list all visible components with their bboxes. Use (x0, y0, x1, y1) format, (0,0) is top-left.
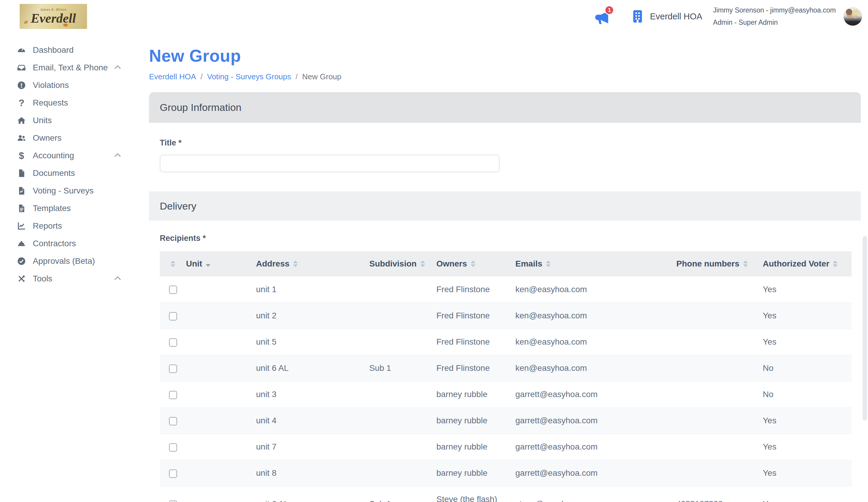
cell-emails: ken@easyhoa.com (515, 355, 676, 381)
cell-owners: barney rubble (436, 408, 515, 434)
breadcrumb-link-everdell-hoa[interactable]: Everdell HOA (149, 72, 196, 81)
logo-leaf-decoration (23, 20, 28, 24)
sidebar-item-contractors[interactable]: Contractors (0, 235, 149, 252)
dollar-icon: $ (16, 150, 28, 161)
row-checkbox[interactable] (169, 443, 177, 452)
cell-phones (676, 460, 763, 486)
sidebar-item-templates[interactable]: Templates (0, 199, 149, 217)
cell-owners: Steve (the flash) Rick (436, 486, 515, 502)
cell-phones (676, 408, 763, 434)
cell-owners: Fred Flinstone (436, 329, 515, 355)
column-header-authorized-voter[interactable]: Authorized Voter (763, 251, 851, 276)
building-icon (630, 8, 645, 25)
recipients-table: Unit Address Subdivision Owners Emails P… (160, 251, 851, 502)
cell-emails: garrett@easyhoa.com (515, 460, 676, 486)
cell-address: unit 8 (256, 460, 369, 486)
cell-authorized-voter: Yes (763, 408, 851, 434)
cell-phones: 4355127538 (676, 486, 763, 502)
column-header-emails[interactable]: Emails (515, 251, 676, 276)
sidebar-item-dashboard[interactable]: Dashboard (0, 41, 149, 59)
sort-icon (293, 260, 298, 267)
sort-icon (743, 260, 748, 267)
group-information-section-header: Group Information (149, 92, 861, 123)
cell-phones (676, 355, 763, 381)
row-checkbox[interactable] (169, 417, 177, 426)
question-icon: ? (16, 98, 28, 108)
cell-emails: garrett@easyhoa.com (515, 408, 676, 434)
table-row: unit 1 Fred Flinstone ken@easyhoa.com Ye… (160, 276, 851, 303)
title-input[interactable] (160, 155, 499, 172)
organization-switcher[interactable]: Everdell HOA (630, 8, 702, 25)
user-role: Admin - Super Admin (713, 19, 836, 27)
cell-address: unit 6 AL (256, 355, 369, 381)
sidebar-item-owners[interactable]: Owners (0, 129, 149, 147)
home-icon (16, 115, 28, 126)
cell-address: unit 3 (256, 381, 369, 408)
cell-unit (186, 434, 256, 460)
sidebar-item-requests[interactable]: ? Requests (0, 94, 149, 112)
sidebar-item-approvals[interactable]: Approvals (Beta) (0, 252, 149, 270)
cell-authorized-voter: Yes (763, 276, 851, 303)
cell-subdivision (369, 381, 436, 408)
column-header-owners[interactable]: Owners (436, 251, 515, 276)
cell-address: unit 4 (256, 408, 369, 434)
row-checkbox[interactable] (169, 470, 177, 478)
hard-hat-icon (16, 238, 28, 249)
row-checkbox[interactable] (169, 501, 177, 502)
page-title: New Group (149, 46, 861, 65)
row-checkbox[interactable] (169, 365, 177, 373)
sidebar-item-units[interactable]: Units (0, 112, 149, 129)
inbox-icon (16, 62, 28, 73)
table-row: unit 6 AL Sub 1 Steve (the flash) Rick s… (160, 486, 851, 502)
cell-owners: Fred Flinstone (436, 276, 515, 303)
sidebar-item-voting-surveys[interactable]: Voting - Surveys (0, 182, 149, 199)
row-checkbox[interactable] (169, 312, 177, 320)
everdell-logo[interactable]: James A. Wilson Everdell (20, 4, 87, 29)
column-header-unit[interactable]: Unit (186, 251, 256, 276)
breadcrumb-separator: / (200, 72, 203, 81)
cell-unit (186, 276, 256, 303)
column-header-subdivision[interactable]: Subdivision (369, 251, 436, 276)
cell-authorized-voter: Yes (763, 460, 851, 486)
cell-address: unit 7 (256, 434, 369, 460)
sidebar-item-tools[interactable]: Tools (0, 270, 149, 287)
sidebar-item-accounting[interactable]: $ Accounting (0, 147, 149, 164)
row-checkbox[interactable] (169, 391, 177, 399)
user-info[interactable]: Jimmy Sorenson - jimmy@easyhoa.com Admin… (713, 6, 836, 27)
file-chart-icon (16, 185, 28, 196)
sort-icon (420, 260, 425, 267)
cell-unit (186, 303, 256, 329)
sidebar-item-documents[interactable]: Documents (0, 164, 149, 182)
sidebar-item-violations[interactable]: Violations (0, 76, 149, 94)
cell-authorized-voter: Yes (763, 303, 851, 329)
breadcrumb: Everdell HOA / Voting - Surveys Groups /… (149, 72, 861, 81)
row-checkbox[interactable] (169, 338, 177, 347)
table-row: unit 3 barney rubble garrett@easyhoa.com… (160, 381, 851, 408)
column-header-select[interactable] (160, 251, 186, 276)
cell-emails: steve@easyhoa.com (515, 486, 676, 502)
sidebar-item-email-text-phone[interactable]: Email, Text & Phone (0, 59, 149, 76)
page-scrollbar[interactable] (862, 236, 867, 420)
sort-desc-icon (206, 264, 210, 267)
delivery-section-header: Delivery (149, 191, 861, 221)
recipients-label: Recipients * (160, 234, 850, 243)
row-checkbox[interactable] (169, 286, 177, 294)
logo-text: Everdell (31, 12, 76, 25)
owner-name: Steve (the flash) (436, 493, 515, 502)
sidebar-item-reports[interactable]: Reports (0, 217, 149, 235)
column-header-phone-numbers[interactable]: Phone numbers (676, 251, 763, 276)
column-header-address[interactable]: Address (256, 251, 369, 276)
cell-emails: ken@easyhoa.com (515, 329, 676, 355)
sidebar: Dashboard Email, Text & Phone Violations… (0, 33, 149, 287)
new-group-card: Group Information Title * Delivery Recip… (149, 92, 861, 502)
breadcrumb-link-voting-surveys-groups[interactable]: Voting - Surveys Groups (207, 72, 291, 81)
gauge-icon (16, 45, 28, 55)
tools-icon (16, 273, 28, 284)
table-row: unit 4 barney rubble garrett@easyhoa.com… (160, 408, 851, 434)
cell-owners: barney rubble (436, 460, 515, 486)
breadcrumb-separator: / (296, 72, 298, 81)
cell-owners: barney rubble (436, 381, 515, 408)
notifications-button[interactable]: 1 (594, 7, 613, 26)
company-name: Everdell HOA (650, 12, 702, 21)
avatar[interactable] (844, 7, 862, 25)
